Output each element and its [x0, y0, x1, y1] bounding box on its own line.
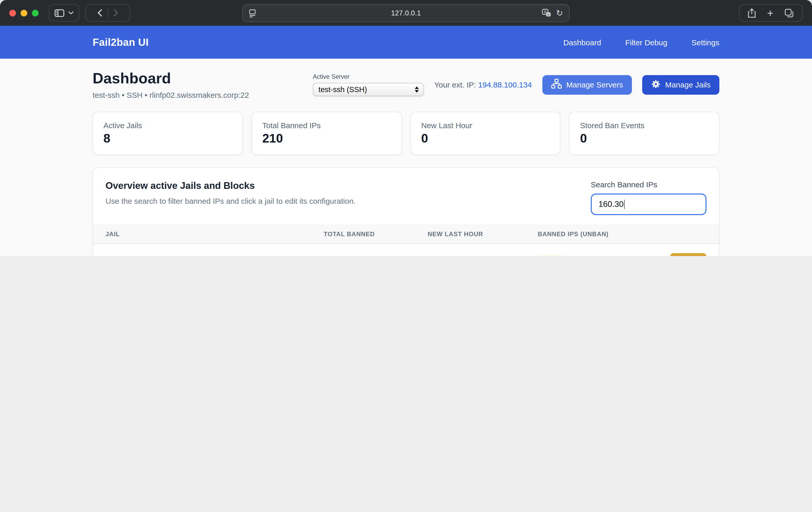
table-header-row: Jail Total banned New last hour Banned I… [93, 224, 719, 244]
stat-value: 0 [421, 131, 550, 146]
stat-value: 0 [580, 131, 709, 146]
overview-title: Overview active Jails and Blocks [106, 180, 355, 192]
stat-label: Stored Ban Events [580, 121, 709, 130]
external-ip-label: Your ext. IP: [434, 80, 476, 89]
sidebar-icon [55, 9, 64, 17]
overview-panel: Overview active Jails and Blocks Use the… [93, 167, 719, 256]
window-controls [9, 9, 38, 16]
manage-servers-label: Manage Servers [566, 80, 623, 89]
page-header: Dashboard test-ssh • SSH • rlinfp02.swis… [93, 70, 719, 99]
column-header-total-banned: Total banned [324, 230, 428, 237]
stat-value: 210 [262, 131, 391, 146]
stat-value: 8 [104, 131, 232, 146]
gear-icon [651, 79, 661, 90]
sitemap-icon [551, 79, 562, 91]
reload-icon[interactable]: ↻ [556, 9, 563, 17]
stat-cards: Active Jails 8 Total Banned IPs 210 New … [93, 112, 719, 155]
search-banned-ips-label: Search Banned IPs [591, 180, 706, 189]
nav-link-filter-debug[interactable]: Filter Debug [625, 38, 667, 47]
nav-link-settings[interactable]: Settings [692, 38, 719, 47]
text-caret [624, 200, 625, 209]
page-title: Dashboard [93, 70, 249, 87]
share-icon[interactable] [747, 8, 756, 18]
page-subtitle: test-ssh • SSH • rlinfp02.swissmakers.co… [93, 91, 249, 99]
column-header-new-last-hour: New last hour [428, 230, 538, 237]
manage-servers-button[interactable]: Manage Servers [542, 75, 632, 94]
overview-subtitle: Use the search to filter banned IPs and … [106, 197, 355, 205]
new-tab-icon[interactable]: + [767, 7, 774, 18]
close-window-button[interactable] [9, 9, 16, 16]
active-server-select[interactable]: test-ssh (SSH) [313, 83, 424, 96]
screen: 127.0.0.1 A x ↻ [0, 0, 812, 256]
external-ip-link[interactable]: 194.88.100.134 [478, 80, 532, 89]
table-row: apache-auth 19 0 160.30.113.129 Unban [93, 244, 719, 256]
toolbar-right-actions: + [739, 4, 803, 22]
search-input-value: 160.30 [599, 200, 624, 209]
page-content: Dashboard test-ssh • SSH • rlinfp02.swis… [0, 59, 812, 256]
svg-text:x: x [547, 12, 549, 17]
browser-toolbar: 127.0.0.1 A x ↻ [0, 0, 812, 26]
history-nav [85, 4, 130, 22]
stat-card-new-last-hour: New Last Hour 0 [410, 112, 561, 155]
stat-card-stored-ban-events: Stored Ban Events 0 [569, 112, 720, 155]
translate-icon[interactable]: A x [542, 9, 551, 18]
manage-jails-label: Manage Jails [665, 80, 710, 89]
unban-button[interactable]: Unban [670, 253, 706, 256]
address-bar-actions: A x ↻ [542, 9, 563, 18]
nav-links: Dashboard Filter Debug Settings [563, 38, 719, 47]
tab-overview-icon[interactable] [785, 8, 794, 17]
stat-label: New Last Hour [421, 121, 550, 130]
back-button[interactable] [92, 5, 108, 21]
column-header-jail: Jail [93, 230, 324, 237]
jails-table: Jail Total banned New last hour Banned I… [93, 224, 719, 256]
stat-card-total-banned: Total Banned IPs 210 [252, 112, 402, 155]
search-banned-ips-input[interactable]: 160.30 [591, 194, 706, 215]
stat-card-active-jails: Active Jails 8 [93, 112, 243, 155]
minimize-window-button[interactable] [21, 9, 27, 16]
browser-window: 127.0.0.1 A x ↻ [0, 0, 812, 256]
manage-jails-button[interactable]: Manage Jails [642, 75, 719, 94]
select-arrows-icon [415, 86, 419, 93]
active-server-value: test-ssh (SSH) [319, 85, 367, 94]
address-bar[interactable]: 127.0.0.1 A x ↻ [242, 4, 570, 22]
sidebar-toggle-button[interactable] [49, 4, 79, 22]
app-brand: Fail2ban UI [93, 36, 149, 48]
active-server-label: Active Server [313, 73, 424, 80]
stat-label: Total Banned IPs [262, 121, 391, 130]
chevron-down-icon [68, 11, 74, 15]
stat-label: Active Jails [104, 121, 232, 130]
url-text[interactable]: 127.0.0.1 [243, 9, 569, 17]
header-controls: Active Server test-ssh (SSH) Your ext. I… [313, 73, 719, 96]
app-navbar: Fail2ban UI Dashboard Filter Debug Setti… [0, 26, 812, 59]
external-ip: Your ext. IP: 194.88.100.134 [434, 80, 532, 89]
ip-highlight: 160.30 [538, 256, 563, 256]
nav-link-dashboard[interactable]: Dashboard [563, 38, 601, 47]
zoom-window-button[interactable] [32, 9, 38, 16]
forward-button[interactable] [108, 5, 123, 21]
column-header-banned-ips: Banned IPs (unban) [538, 230, 719, 237]
